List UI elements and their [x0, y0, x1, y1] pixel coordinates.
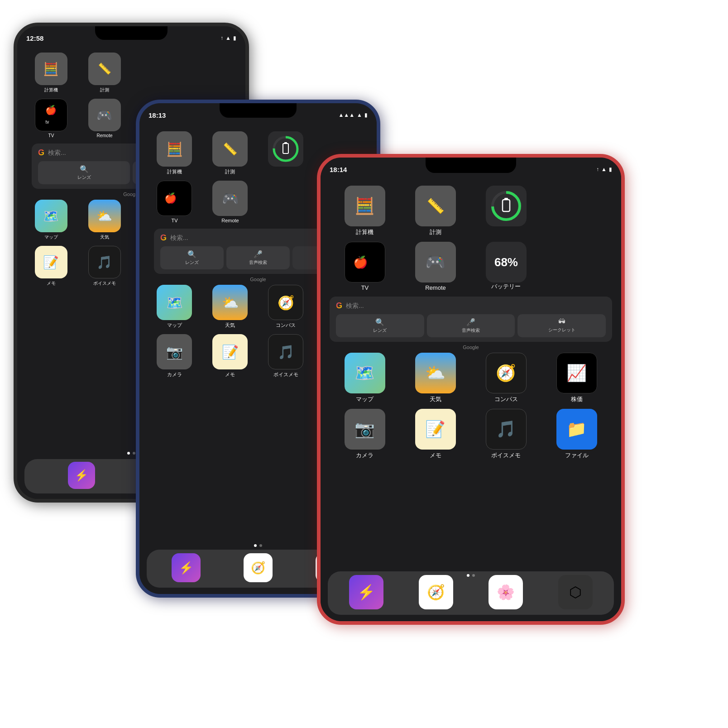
- phone3-calculator-icon: 🧮: [345, 186, 385, 226]
- phone3-row4: 📷 カメラ 📝 メモ 🎵 ボイスメモ: [330, 409, 612, 460]
- phone1-google-placeholder: 検索...: [48, 149, 66, 157]
- phone2-app-camera[interactable]: 📷 カメラ: [150, 334, 199, 378]
- phone2-tv-label: TV: [171, 218, 177, 223]
- phone3-app-remote[interactable]: 🎮 Remote: [404, 242, 466, 291]
- phone3-camera-icon: 📷: [345, 409, 385, 450]
- phone1-calculator-label: 計算機: [44, 87, 58, 93]
- phone1-lens-button[interactable]: 🔍 レンズ: [38, 161, 130, 184]
- phone2-app-tv[interactable]: 🍎tv TV: [150, 181, 199, 223]
- phone3-camera-label: カメラ: [356, 451, 374, 460]
- phone1-weather-icon: ⛅: [88, 200, 121, 232]
- phone2-wifi-icon: ▲: [357, 112, 362, 118]
- phone1-app-maps[interactable]: 🗺️ マップ: [28, 200, 75, 240]
- phone3-google-widget[interactable]: G 検索... 🔍 レンズ 🎤 音声検索 🕶: [330, 297, 612, 342]
- phone1-app-voice[interactable]: 🎵 ボイスメモ: [81, 246, 128, 287]
- phone3-voice-label: 音声検索: [462, 327, 480, 334]
- phone3-secret-button[interactable]: 🕶 シークレット: [517, 314, 606, 337]
- phone3-time: 18:14: [330, 166, 347, 173]
- phone3-location-icon: ↑: [596, 166, 599, 172]
- phone3-dock-shortcuts[interactable]: ⚡: [335, 575, 397, 611]
- phone3-app-calculator[interactable]: 🧮 計算機: [334, 186, 396, 236]
- phone1-app-measure[interactable]: 📏 計測: [81, 53, 128, 93]
- phone2-dot2: [259, 544, 262, 547]
- phone3-dock-mirror[interactable]: ⬡: [545, 575, 606, 611]
- phone1-dock-shortcuts[interactable]: ⚡: [60, 462, 104, 491]
- phone3-safari-icon: 🧭: [419, 575, 453, 609]
- phone2-notch: [220, 103, 297, 118]
- phone3-voice-memo-icon: 🎵: [486, 409, 527, 450]
- phone3-secret-icon: 🕶: [558, 318, 565, 326]
- phone2-calculator-icon: 🧮: [157, 131, 192, 167]
- phone2-compass-label: コンパス: [276, 322, 296, 329]
- phone3-app-maps[interactable]: 🗺️ マップ: [334, 353, 396, 403]
- phone2-notes-icon: 📝: [212, 334, 248, 369]
- phone3-app-measure[interactable]: 📏 計測: [404, 186, 466, 236]
- phone2-app-voice[interactable]: 🎵 ボイスメモ: [261, 334, 310, 378]
- phone3-battery-pct-display: 68%: [486, 242, 527, 283]
- phone2-voice-label: 音声検索: [249, 259, 267, 266]
- phone2-notes-label: メモ: [225, 371, 235, 378]
- phone1-voice-memo-icon: 🎵: [88, 246, 121, 278]
- phone3-app-weather[interactable]: ⛅ 天気: [404, 353, 466, 403]
- phone1-app-calculator[interactable]: 🧮 計算機: [28, 53, 75, 93]
- phone2-app-compass[interactable]: 🧭 コンパス: [261, 285, 310, 329]
- phone1-calculator-icon: 🧮: [35, 53, 67, 85]
- phone1-app-notes[interactable]: 📝 メモ: [28, 246, 75, 287]
- phone2-app-calculator[interactable]: 🧮 計算機: [150, 131, 199, 175]
- phone3-app-camera[interactable]: 📷 カメラ: [334, 409, 396, 460]
- phone3-google-search-bar[interactable]: G 検索...: [336, 301, 606, 311]
- phone3-measure-icon: 📏: [415, 186, 456, 226]
- phone2-measure-icon: 📏: [212, 131, 248, 167]
- phone1-time: 12:58: [26, 34, 43, 42]
- phone3-remote-label: Remote: [425, 284, 446, 291]
- phone3-dock-photos[interactable]: 🌸: [475, 575, 536, 611]
- phone2-dock-shortcuts[interactable]: ⚡: [163, 553, 210, 584]
- phone2-voice-label: ボイスメモ: [273, 371, 298, 378]
- phone2-maps-label: マップ: [167, 322, 182, 329]
- phone3-voice-icon: 🎤: [466, 318, 475, 326]
- phone3-maps-icon: 🗺️: [345, 353, 385, 393]
- phone2-battery-widget: [268, 131, 303, 167]
- phone-3: 18:14 ↑ ▲ ▮ 🧮 計算機: [317, 154, 625, 625]
- phone2-dock-safari[interactable]: 🧭: [235, 553, 282, 584]
- phone1-notch: [95, 26, 168, 40]
- phone1-remote-label: Remote: [96, 133, 112, 138]
- phone2-calculator-label: 計算機: [167, 168, 182, 175]
- phone2-voice-button[interactable]: 🎤 音声検索: [226, 246, 290, 269]
- phone2-weather-icon: ⛅: [212, 285, 248, 320]
- phone1-notes-icon: 📝: [35, 246, 67, 278]
- phone3-app-tv[interactable]: 🍎tv TV: [334, 242, 396, 291]
- phone3-app-notes[interactable]: 📝 メモ: [404, 409, 466, 460]
- phone2-app-measure[interactable]: 📏 計測: [206, 131, 254, 175]
- phone2-app-maps[interactable]: 🗺️ マップ: [150, 285, 199, 329]
- phone2-remote-icon: 🎮: [212, 181, 248, 216]
- phone3-voice-button[interactable]: 🎤 音声検索: [427, 314, 515, 337]
- phone3-app-voice[interactable]: 🎵 ボイスメモ: [475, 409, 537, 460]
- phone3-lens-button[interactable]: 🔍 レンズ: [336, 314, 424, 337]
- phone1-lens-icon: 🔍: [80, 165, 89, 173]
- phone3-shortcuts-icon: ⚡: [349, 575, 383, 609]
- phone2-app-remote[interactable]: 🎮 Remote: [206, 181, 254, 223]
- phone3-files-icon: 📁: [556, 409, 597, 450]
- phone3-battery-circle-widget: [475, 186, 537, 236]
- phone2-lens-label: レンズ: [185, 259, 199, 266]
- phone1-dot2: [133, 452, 135, 455]
- phone1-weather-label: 天気: [100, 234, 109, 240]
- phone1-voice-label-2: ボイスメモ: [93, 280, 116, 287]
- phone3-app-files[interactable]: 📁 ファイル: [546, 409, 608, 460]
- phone3-app-compass[interactable]: 🧭 コンパス: [475, 353, 537, 403]
- scene: { "phone1": { "time": "12:58", "apps_row…: [0, 0, 728, 728]
- phone3-app-stocks[interactable]: 📈 株価: [546, 353, 608, 403]
- phone2-status-icons: ▲▲▲ ▲ ▮: [338, 112, 368, 118]
- phone1-location-icon: ↑: [220, 35, 223, 41]
- phone1-app-remote[interactable]: 🎮 Remote: [81, 99, 128, 138]
- phone1-app-tv[interactable]: 🍎tv TV: [28, 99, 75, 138]
- phone3-weather-icon: ⛅: [415, 353, 456, 393]
- phone3-notes-label: メモ: [430, 451, 441, 460]
- phone2-app-notes[interactable]: 📝 メモ: [206, 334, 254, 378]
- phone2-app-weather[interactable]: ⛅ 天気: [206, 285, 254, 329]
- phone2-voice-icon: 🎤: [254, 250, 263, 259]
- phone2-lens-button[interactable]: 🔍 レンズ: [160, 246, 224, 269]
- phone1-app-weather[interactable]: ⛅ 天気: [81, 200, 128, 240]
- phone3-dock-safari[interactable]: 🧭: [405, 575, 467, 611]
